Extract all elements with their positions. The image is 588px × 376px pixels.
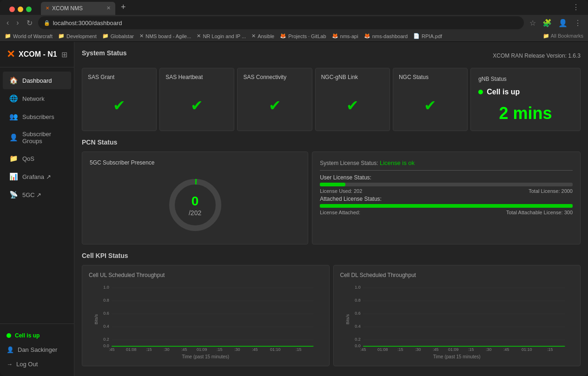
browser-menu-icon[interactable]: ⋮ (568, 3, 583, 12)
card-ngc-gnb-link-check: ✔ (321, 86, 384, 125)
ul-throughput-chart: Cell UL Scheduled Throughput 1.0 0.8 0.6… (82, 265, 330, 366)
sidebar-cell-status: Cell is up (0, 329, 74, 343)
bookmark-gitlab[interactable]: 🦊 Projects · GitLab (280, 33, 326, 39)
pcn-status-section: PCN Status 5GC Subscriber Presence 0 /20… (82, 139, 581, 244)
window-close-button[interactable] (9, 7, 15, 12)
sidebar-label-subscribers: Subscribers (22, 113, 54, 120)
subscribers-icon: 👥 (9, 112, 18, 121)
gnb-uptime: 2 mins (478, 104, 573, 123)
dl-x-tick-3: :15 (397, 347, 403, 352)
user-license-row: License Used: 202 Total License: 2000 (320, 188, 573, 194)
sidebar-logout[interactable]: → Log Out (0, 357, 74, 371)
sidebar-item-subscriber-groups[interactable]: 👤 Subscriber Groups (3, 126, 71, 149)
ul-x-axis-label: Time (past 15 minutes) (89, 354, 323, 359)
dl-y-label-00: 0.0 (355, 343, 361, 348)
sidebar-label-dashboard: Dashboard (22, 77, 52, 84)
sidebar-item-subscribers[interactable]: 👥 Subscribers (3, 108, 71, 125)
y-axis-label: Bits/s (94, 314, 99, 325)
profile-button[interactable]: 👤 (556, 17, 569, 29)
sidebar-item-dashboard[interactable]: 🏠 Dashboard (3, 72, 71, 89)
y-label-02: 0.2 (103, 337, 109, 342)
reload-button[interactable]: ↻ (25, 17, 34, 29)
cell-status-label: Cell is up (15, 332, 40, 339)
x-tick-5: :45 (181, 347, 187, 352)
dl-y-label-08: 0.8 (355, 298, 361, 303)
active-tab[interactable]: ✕ XCOM NMS ✕ (41, 2, 115, 15)
license-total-label: Total License: 2000 (529, 188, 573, 194)
card-sas-heartbeat-check: ✔ (165, 86, 228, 125)
x-tick-11: :15 (296, 347, 302, 352)
card-sas-connectivity-check: ✔ (243, 86, 306, 125)
bookmark-ansible[interactable]: ✕ Ansible (251, 33, 274, 39)
back-button[interactable]: ‹ (5, 17, 11, 29)
cell-kpi-title: Cell KPI Status (82, 252, 581, 259)
dl-y-label-02: 0.2 (355, 337, 361, 342)
dl-y-label-10: 1.0 (355, 285, 361, 290)
y-label-08: 0.8 (103, 298, 109, 303)
bookmark-globalstar[interactable]: 📁 Globalstar (102, 33, 134, 39)
status-cards: SAS Grant ✔ SAS Heartbeat ✔ SAS Connecti… (82, 68, 581, 131)
donut-value: 0 (189, 193, 201, 209)
card-gnb-status-title: gNB Status (478, 76, 573, 82)
system-license-label: System License Status: (320, 160, 380, 166)
window-max-button[interactable] (26, 7, 32, 12)
attached-license-row: License Attached: Total Attachable Licen… (320, 210, 573, 215)
bookmark-nr[interactable]: ✕ NR Login and IP ... (197, 33, 246, 39)
forward-button[interactable]: › (14, 17, 20, 29)
cell-kpi-section: Cell KPI Status Cell UL Scheduled Throug… (82, 252, 581, 366)
x-tick-9: :45 (252, 347, 258, 352)
sidebar-item-network[interactable]: 🌐 Network (3, 90, 71, 107)
dl-y-label-06: 0.6 (355, 311, 361, 316)
browser-menu-button[interactable]: ⋮ (572, 17, 583, 29)
all-bookmarks-button[interactable]: 📁 All Bookmarks (543, 33, 583, 39)
gnb-cell-dot (478, 90, 483, 94)
sidebar-grid-icon[interactable]: ⊞ (61, 50, 67, 59)
sidebar-label-subscriber-groups: Subscriber Groups (22, 131, 65, 145)
bookmark-nms-dashboard[interactable]: 🦊 nms-dashboard (364, 33, 408, 39)
bookmark-dev[interactable]: 📁 Development (58, 33, 97, 39)
dl-throughput-chart: Cell DL Scheduled Throughput 1.0 0.8 0.6… (333, 265, 581, 366)
dl-y-label-04: 0.4 (355, 324, 361, 329)
bookmark-star-button[interactable]: ☆ (528, 17, 538, 29)
sidebar-item-5gc[interactable]: 📡 5GC ↗ (3, 186, 71, 204)
sidebar-footer: Cell is up 👤 Dan Sackinger → Log Out (0, 323, 74, 376)
divider-1 (320, 170, 573, 171)
sidebar-label-network: Network (22, 95, 45, 102)
sas-connectivity-check-icon: ✔ (269, 97, 281, 114)
x-tick-4: :30 (164, 347, 170, 352)
qos-icon: 📁 (9, 154, 18, 163)
bookmark-nms-api[interactable]: 🦊 nms-api (332, 33, 358, 39)
sidebar-label-grafana: Grafana ↗ (22, 173, 51, 180)
user-license-bar-fill (320, 183, 345, 186)
sidebar-label-5gc: 5GC ↗ (22, 191, 41, 198)
card-sas-grant: SAS Grant ✔ (82, 68, 157, 131)
lock-icon: 🔒 (44, 20, 50, 26)
extension-button[interactable]: 🧩 (541, 17, 554, 29)
subscriber-groups-icon: 👤 (9, 133, 18, 142)
sidebar-item-qos[interactable]: 📁 QoS (3, 150, 71, 167)
x-tick-8: :30 (234, 347, 240, 352)
attached-license-label: Attached License Status: (320, 196, 573, 202)
dl-x-tick-5: :45 (432, 347, 438, 352)
bookmark-nms[interactable]: ✕ NMS board - Agile... (139, 33, 191, 39)
y-label-06: 0.6 (103, 311, 109, 316)
window-min-button[interactable] (18, 7, 23, 12)
pcn-status-title: PCN Status (82, 139, 581, 146)
logo-text: XCOM - N1 (19, 50, 57, 59)
tab-close-button[interactable]: ✕ (106, 5, 111, 11)
main-content: System Status XCOM RAN Release Version: … (74, 42, 588, 376)
new-tab-button[interactable]: + (117, 2, 130, 12)
bookmark-wow[interactable]: 📁 World of Warcraft (5, 33, 53, 39)
sidebar-item-grafana[interactable]: 📊 Grafana ↗ (3, 168, 71, 185)
x-tick-6: 01:09 (197, 347, 207, 352)
sidebar-user[interactable]: 👤 Dan Sackinger (0, 343, 74, 357)
donut-center: 0 /202 (189, 193, 201, 217)
address-bar[interactable]: 🔒 localhost:3000/dashboard (38, 16, 524, 29)
bookmark-rpia[interactable]: 📄 RPIA.pdf (413, 33, 442, 39)
dl-x-tick-7: :15 (468, 347, 474, 352)
y-label-10: 1.0 (103, 285, 109, 290)
attached-license-bar-fill (320, 204, 573, 208)
logo-icon: ✕ (7, 48, 15, 60)
dl-y-axis-label: Bits/s (345, 314, 350, 325)
dl-x-tick-8: :30 (485, 347, 491, 352)
